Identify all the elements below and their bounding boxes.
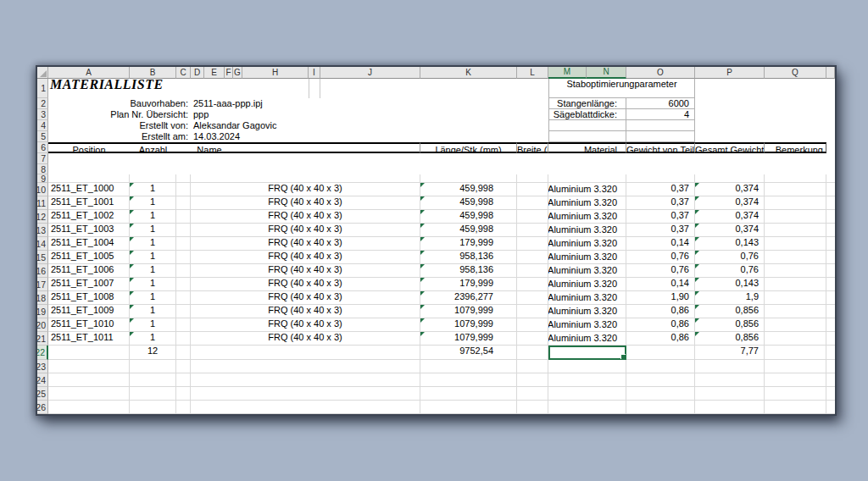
cell-empty[interactable]: [826, 183, 835, 196]
cell-empty[interactable]: [517, 401, 548, 414]
row-header[interactable]: 18: [37, 291, 48, 305]
column-header[interactable]: O: [626, 67, 695, 79]
cell-material[interactable]: Aluminium 3.320: [548, 278, 626, 291]
header-breite[interactable]: Breite (mm): [517, 142, 548, 153]
cell-material[interactable]: Aluminium 3.320: [548, 210, 626, 224]
cell-empty[interactable]: [191, 387, 420, 401]
cell-name[interactable]: FRQ (40 x 40 x 3): [191, 224, 420, 237]
cell-empty[interactable]: [517, 237, 548, 251]
meta-value[interactable]: 2511-aaa-ppp.ipj: [191, 98, 420, 109]
row-header[interactable]: 2: [37, 98, 48, 109]
cell-position[interactable]: 2511_ET_1000: [48, 183, 130, 196]
cell-position[interactable]: 2511_ET_1003: [48, 224, 130, 237]
column-header[interactable]: Q: [765, 67, 826, 79]
cell-empty[interactable]: [695, 174, 765, 183]
cell-position[interactable]: 2511_ET_1008: [48, 291, 130, 305]
cell-empty[interactable]: [517, 183, 548, 196]
row-header[interactable]: 13: [37, 224, 48, 237]
total-laenge[interactable]: 9752,54: [420, 346, 517, 360]
cell-empty[interactable]: [765, 401, 826, 414]
row-header[interactable]: 16: [37, 264, 48, 278]
cell-empty[interactable]: [420, 387, 517, 401]
column-header[interactable]: L: [517, 67, 548, 79]
cell-gewicht[interactable]: 0,14: [626, 237, 695, 251]
cell-gesamt[interactable]: 1,9: [695, 291, 765, 305]
row-header[interactable]: 10: [37, 183, 48, 196]
column-header[interactable]: A: [48, 67, 130, 79]
cell-gewicht[interactable]: 0,37: [626, 196, 695, 210]
cell-empty[interactable]: [176, 318, 191, 332]
cell-position[interactable]: 2511_ET_1004: [48, 237, 130, 251]
meta-label[interactable]: Bauvorhaben:: [48, 98, 191, 109]
cell-empty[interactable]: [548, 174, 626, 183]
cell-name[interactable]: FRQ (40 x 40 x 3): [191, 183, 420, 196]
column-header[interactable]: B: [130, 67, 176, 79]
meta-value[interactable]: ppp: [191, 109, 420, 120]
select-all-corner[interactable]: [37, 67, 48, 79]
cell-empty[interactable]: [517, 210, 548, 224]
cell-empty[interactable]: [517, 224, 548, 237]
cell-empty[interactable]: [765, 373, 826, 387]
row-header[interactable]: 26: [37, 401, 48, 414]
cell-empty[interactable]: [176, 196, 191, 210]
cell-gewicht[interactable]: 0,37: [626, 210, 695, 224]
cell-laenge[interactable]: 179,999: [420, 237, 517, 251]
cell-name[interactable]: FRQ (40 x 40 x 3): [191, 196, 420, 210]
column-header[interactable]: G: [233, 67, 242, 79]
cell-gesamt[interactable]: 0,856: [695, 332, 765, 346]
cell-material[interactable]: Aluminium 3.320: [548, 305, 626, 318]
row-header[interactable]: 15: [37, 251, 48, 264]
cell-gewicht[interactable]: 0,86: [626, 305, 695, 318]
cell-laenge[interactable]: 179,999: [420, 278, 517, 291]
cell-gesamt[interactable]: 0,374: [695, 224, 765, 237]
selected-cell[interactable]: [548, 346, 626, 360]
cell-empty[interactable]: [517, 332, 548, 346]
row-header[interactable]: 17: [37, 278, 48, 291]
cell-empty[interactable]: [176, 291, 191, 305]
cell-empty[interactable]: [176, 346, 191, 360]
cell-empty[interactable]: [548, 360, 626, 373]
cell-gewicht[interactable]: 0,37: [626, 224, 695, 237]
meta-value[interactable]: Aleksandar Gagovic: [191, 120, 420, 131]
cell-empty[interactable]: [191, 360, 420, 373]
cell-empty[interactable]: [48, 387, 130, 401]
cell-empty[interactable]: [626, 401, 695, 414]
cell-empty[interactable]: [420, 174, 517, 183]
row-header[interactable]: 19: [37, 305, 48, 318]
cell-empty[interactable]: [420, 360, 517, 373]
cell-laenge[interactable]: 1079,999: [420, 332, 517, 346]
cell-name[interactable]: FRQ (40 x 40 x 3): [191, 210, 420, 224]
cell-position[interactable]: 2511_ET_1002: [48, 210, 130, 224]
cell-material[interactable]: Aluminium 3.320: [548, 251, 626, 264]
cell-anzahl[interactable]: 1: [130, 224, 176, 237]
cell-name[interactable]: FRQ (40 x 40 x 3): [191, 251, 420, 264]
row-header[interactable]: 9: [37, 174, 48, 183]
cell-gewicht[interactable]: 0,37: [626, 183, 695, 196]
cell-empty[interactable]: [626, 387, 695, 401]
cell-empty[interactable]: [176, 278, 191, 291]
header-bemerkung[interactable]: Bemerkung: [765, 142, 826, 153]
cell-laenge[interactable]: 1079,999: [420, 305, 517, 318]
cell-material[interactable]: Aluminium 3.320: [548, 318, 626, 332]
cell-empty[interactable]: [517, 278, 548, 291]
cell-laenge[interactable]: 1079,999: [420, 318, 517, 332]
row-header[interactable]: 20: [37, 318, 48, 332]
cell-anzahl[interactable]: 1: [130, 237, 176, 251]
cell-anzahl[interactable]: 1: [130, 318, 176, 332]
cell-laenge[interactable]: 958,136: [420, 264, 517, 278]
cell-gewicht[interactable]: 1,90: [626, 291, 695, 305]
cell-material[interactable]: Aluminium 3.320: [548, 237, 626, 251]
cell-empty[interactable]: [826, 174, 835, 183]
cell-material[interactable]: Aluminium 3.320: [548, 332, 626, 346]
header-laenge[interactable]: Länge/Stk (mm): [420, 142, 517, 153]
cell-material[interactable]: Aluminium 3.320: [548, 183, 626, 196]
cell-empty[interactable]: [826, 373, 835, 387]
cell-position[interactable]: 2511_ET_1001: [48, 196, 130, 210]
column-header[interactable]: I: [309, 67, 320, 79]
row-header[interactable]: 6: [37, 142, 48, 153]
cell-anzahl[interactable]: 1: [130, 196, 176, 210]
cell-empty[interactable]: [626, 373, 695, 387]
cell-empty[interactable]: [826, 251, 835, 264]
cell-gesamt[interactable]: 0,856: [695, 318, 765, 332]
cell-empty[interactable]: [826, 196, 835, 210]
